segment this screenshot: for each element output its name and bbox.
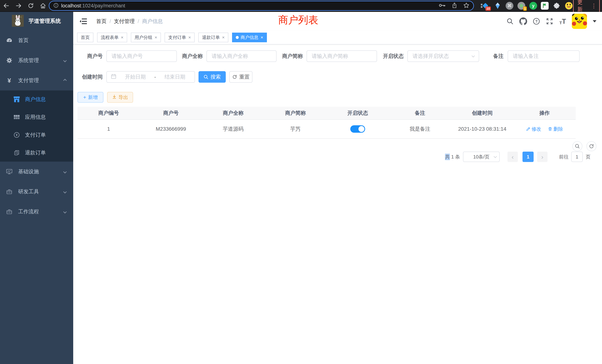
filter-row-2: 创建时间 开始日期 - 结束日期 搜索 重置 (73, 71, 602, 83)
sidebar: 芋道管理系统 首页 系统管理 ¥ 支付管理 商户信息 (0, 12, 73, 364)
page-number-1[interactable]: 1 (523, 152, 534, 162)
sidebar-item-app-info[interactable]: 应用信息 (0, 108, 73, 126)
browser-menu-kebab-icon[interactable]: ⋮ (591, 3, 597, 9)
end-date-placeholder[interactable]: 结束日期 (159, 73, 191, 80)
sidebar-item-system[interactable]: 系统管理 (0, 50, 73, 70)
tab-user-group[interactable]: 用户分组× (131, 33, 161, 42)
browser-home-icon[interactable] (39, 2, 47, 10)
close-icon[interactable]: × (261, 35, 263, 40)
font-size-icon[interactable]: TT (559, 17, 567, 25)
remark-input[interactable] (508, 51, 579, 61)
close-icon[interactable]: × (188, 35, 191, 40)
date-separator: - (154, 74, 156, 80)
search-icon[interactable] (506, 17, 514, 25)
sidebar-item-workflow[interactable]: 工作流程 (0, 202, 73, 222)
extension-badge: 10 (485, 7, 491, 11)
password-key-icon[interactable] (439, 3, 446, 8)
table-tools (572, 141, 596, 151)
browser-back-icon[interactable] (3, 2, 10, 10)
close-icon[interactable]: × (222, 35, 225, 40)
tab-pay-order[interactable]: 支付订单× (165, 33, 195, 42)
tags-view-bar: 首页 流程表单× 用户分组× 支付订单× 退款订单× 商户信息× (73, 31, 602, 44)
edit-link[interactable]: 修改 (526, 126, 541, 132)
tab-process-form[interactable]: 流程表单× (97, 33, 127, 42)
cell-merchant-no: M233666999 (140, 120, 202, 138)
extension-diamond-icon[interactable]: 10 (481, 1, 490, 10)
breadcrumb-section[interactable]: 支付管理 (114, 18, 135, 25)
pagination-total: 共 1 条 (445, 154, 460, 160)
status-toggle[interactable] (350, 125, 365, 133)
add-button[interactable]: + 新增 (77, 92, 103, 103)
close-icon[interactable]: × (121, 35, 123, 40)
browser-toolbar: localhost:1024/pay/merchant 10 ⌘ 1 y (0, 0, 602, 12)
active-tab-dot (236, 36, 239, 39)
browser-reload-icon[interactable] (27, 2, 34, 10)
github-icon[interactable] (519, 17, 527, 25)
site-info-icon[interactable] (53, 3, 59, 9)
hide-search-button[interactable] (572, 141, 582, 151)
delete-link[interactable]: 删除 (548, 126, 563, 132)
store-icon (13, 96, 20, 103)
svg-text:?: ? (535, 19, 538, 23)
calendar-icon (111, 74, 116, 80)
plus-icon: + (83, 94, 86, 100)
avatar-caret-icon[interactable] (593, 20, 596, 22)
chevron-down-icon (63, 210, 66, 213)
breadcrumb-home[interactable]: 首页 (96, 18, 107, 25)
app-logo[interactable]: 芋道管理系统 (0, 12, 73, 30)
close-icon[interactable]: × (155, 35, 157, 40)
cell-short-name: 芋艿 (264, 120, 327, 138)
sidebar-item-infrastructure[interactable]: 基础设施 (0, 162, 73, 182)
browser-extensions: 10 ⌘ 1 y (481, 1, 573, 10)
sidebar-item-label: 支付管理 (18, 77, 39, 84)
sidebar-item-refund-order[interactable]: 退款订单 (0, 144, 73, 162)
extension-pin-icon[interactable] (493, 1, 502, 10)
extension-profile-icon[interactable]: 1 (517, 1, 526, 10)
sidebar-item-dev-tools[interactable]: 研发工具 (0, 182, 73, 202)
date-range-picker[interactable]: 开始日期 - 结束日期 (106, 71, 195, 83)
payment-submenu: 商户信息 应用信息 ¥ 支付订单 退款订单 (0, 90, 73, 162)
goto-label: 前往 (559, 154, 569, 160)
chevron-down-icon (63, 59, 66, 62)
fullscreen-icon[interactable] (546, 17, 554, 25)
emoji-avatar-icon[interactable] (565, 1, 573, 10)
table-toolbar: + 新增 导出 (77, 92, 602, 103)
browser-forward-icon[interactable] (15, 2, 22, 10)
reset-button[interactable]: 重置 (229, 71, 252, 83)
sidebar-item-payment[interactable]: ¥ 支付管理 (0, 70, 73, 90)
prev-page-button[interactable]: ‹ (507, 152, 518, 162)
full-name-input[interactable] (207, 51, 276, 61)
extensions-puzzle-icon[interactable] (552, 1, 561, 10)
tab-merchant-info[interactable]: 商户信息× (232, 33, 267, 42)
sidebar-item-merchant-info[interactable]: 商户信息 (0, 90, 73, 108)
extension-y-icon[interactable]: y (529, 2, 537, 10)
extension-flag-icon[interactable] (541, 2, 549, 10)
tab-home[interactable]: 首页 (77, 33, 93, 42)
remark-label: 备注 (493, 53, 504, 60)
page-content: 商户号 商户全称 商户简称 开启状态 请选择开启状态 备注 创建时间 (73, 44, 602, 364)
page-size-select[interactable]: 10条/页 (463, 152, 500, 162)
next-page-button[interactable]: › (537, 152, 548, 162)
sidebar-fold-icon[interactable] (79, 18, 88, 25)
bookmark-star-icon[interactable] (463, 2, 469, 9)
search-button[interactable]: 搜索 (198, 71, 226, 83)
export-button[interactable]: 导出 (107, 92, 133, 103)
refresh-button[interactable] (586, 141, 596, 151)
start-date-placeholder[interactable]: 开始日期 (120, 73, 151, 80)
col-header: 备注 (389, 107, 451, 119)
col-header: 商户编号 (77, 107, 140, 119)
status-select[interactable]: 请选择开启状态 (407, 50, 479, 62)
short-name-input[interactable] (307, 51, 377, 61)
sidebar-item-home[interactable]: 首页 (0, 30, 73, 50)
sidebar-item-pay-order[interactable]: ¥ 支付订单 (0, 126, 73, 144)
share-icon[interactable] (452, 2, 457, 9)
goto-page-input[interactable] (571, 152, 583, 162)
user-avatar[interactable] (572, 14, 587, 29)
help-icon[interactable]: ? (532, 17, 540, 25)
merchant-no-input[interactable] (107, 51, 176, 61)
short-name-label: 商户简称 (281, 53, 303, 60)
extension-command-icon[interactable]: ⌘ (506, 2, 513, 10)
breadcrumb-current: 商户信息 (142, 18, 163, 25)
tab-refund-order[interactable]: 退款订单× (198, 33, 228, 42)
address-bar[interactable]: localhost:1024/pay/merchant (49, 1, 473, 10)
